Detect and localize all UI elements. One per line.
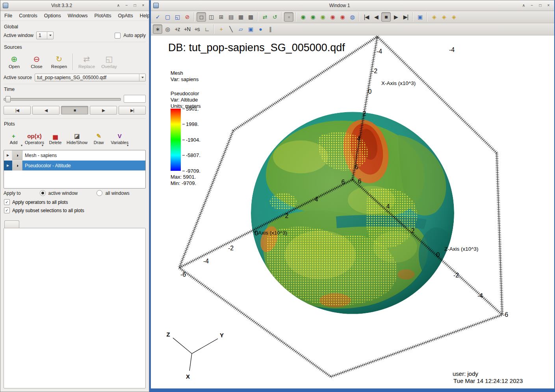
expand-arrow-icon[interactable]: ▶ xyxy=(4,150,12,160)
close-source-button[interactable]: ⊖ Close xyxy=(26,52,47,71)
layout-2x2-icon[interactable]: ⊞ xyxy=(216,12,226,22)
apply-active-window-label: active window xyxy=(48,190,78,196)
lock-time-icon[interactable]: ◈ xyxy=(439,12,449,22)
apply-operators-checkbox[interactable]: ✓ xyxy=(4,199,10,205)
time-step-forward-icon[interactable]: ▶| xyxy=(401,12,410,22)
lock-tools-icon[interactable]: ◈ xyxy=(449,12,458,22)
active-window-check-icon[interactable]: ✓ xyxy=(153,12,162,22)
layout-1x1-icon[interactable]: ◻ xyxy=(197,12,206,22)
left-titlebar[interactable]: VisIt 3.3.2 ∧−□× xyxy=(0,0,149,11)
time-text-field[interactable] xyxy=(124,95,146,103)
time-play-button[interactable]: ▶ xyxy=(90,106,117,115)
recenter-view-icon[interactable]: ⇄ xyxy=(260,12,269,22)
lock-view-icon[interactable]: ◈ xyxy=(429,12,439,22)
expand-arrow-icon[interactable]: ▶ xyxy=(4,161,12,170)
add-plot-button[interactable]: + Add ▾ xyxy=(4,129,24,148)
line-tool-icon[interactable]: ╲ xyxy=(226,24,236,34)
layout-4x4-icon[interactable]: ▩ xyxy=(246,12,255,22)
maximize-button[interactable]: □ xyxy=(132,2,138,9)
visibility-toggle-icon[interactable]: ◑ xyxy=(12,161,22,170)
delete-plot-button[interactable]: ▅ Delete xyxy=(45,129,65,148)
overlay-source-button[interactable]: ◱ Overlay xyxy=(98,52,120,71)
shade-button[interactable]: ∧ xyxy=(520,2,527,9)
apply-active-window-radio[interactable] xyxy=(40,190,46,196)
time-reverse-button[interactable]: ◀ xyxy=(32,106,59,115)
time-first-button[interactable]: |◀ xyxy=(4,106,31,115)
time-step-back-icon[interactable]: |◀ xyxy=(362,12,371,22)
layout-2x3-icon[interactable]: ▤ xyxy=(226,12,236,22)
menu-options[interactable]: Options xyxy=(44,13,61,18)
menu-windows[interactable]: Windows xyxy=(68,13,88,18)
point-tool-icon[interactable]: + xyxy=(216,24,226,34)
visibility-toggle-icon[interactable]: ◑ xyxy=(12,150,22,160)
zone-pick-icon[interactable]: +z xyxy=(173,24,182,34)
notebook-tab[interactable] xyxy=(4,220,19,228)
menu-file[interactable]: File xyxy=(4,13,12,18)
active-source-row: Active source tut_pop-sapiens_SG_005000.… xyxy=(4,74,146,81)
mesh-legend-title: Mesh xyxy=(171,70,199,76)
variables-button[interactable]: V Variables ▾ xyxy=(110,129,130,148)
minimize-button[interactable]: − xyxy=(123,2,130,9)
plot-item-mesh[interactable]: ▶ ◑ Mesh - sapiens xyxy=(4,150,145,161)
axis-restriction-icon[interactable]: ∥ xyxy=(265,24,275,34)
shade-button[interactable]: ∧ xyxy=(115,2,122,9)
lineout-mode-icon[interactable]: ∟ xyxy=(202,24,212,34)
slideshow-icon[interactable]: ▣ xyxy=(415,12,425,22)
node-pick-icon[interactable]: +N xyxy=(182,24,192,34)
time-slider[interactable] xyxy=(4,95,121,103)
window-controls: ∧−□× xyxy=(115,2,147,9)
right-titlebar[interactable]: Window 1 ∧−□× xyxy=(151,0,554,11)
box-tool-icon[interactable]: ▣ xyxy=(246,24,255,34)
close-button[interactable]: × xyxy=(140,2,147,9)
menu-controls[interactable]: Controls xyxy=(19,13,37,18)
fullframe-toggle-icon[interactable]: ▫ xyxy=(284,12,293,22)
plot-item-pseudocolor[interactable]: ▶ ◑ Pseudocolor - Altitude xyxy=(4,161,145,171)
auto-apply-checkbox[interactable] xyxy=(115,33,121,39)
plane-tool-icon[interactable]: ▱ xyxy=(236,24,245,34)
active-source-select[interactable]: tut_pop-sapiens_SG_005000.qdf xyxy=(35,74,146,81)
sphere-tool-icon[interactable]: ● xyxy=(256,24,265,34)
undo-view-icon[interactable]: ↺ xyxy=(270,12,279,22)
apply-all-windows-radio[interactable] xyxy=(97,190,102,196)
time-slider-handle[interactable] xyxy=(6,96,11,102)
spreadsheet-pick-icon[interactable]: +s xyxy=(192,24,202,34)
maximize-button[interactable]: □ xyxy=(537,2,544,9)
delete-window-icon[interactable]: ⊘ xyxy=(182,12,192,22)
close-button[interactable]: × xyxy=(545,2,552,9)
active-window-select[interactable]: 1 xyxy=(36,31,54,39)
visualization-canvas[interactable]: -4 -2 0 2 4 6 6 4 2 0 -2 -4 -6 6 4 2 0 xyxy=(151,35,554,388)
plots-section-label: Plots xyxy=(4,121,146,127)
clone-window-icon[interactable]: ◱ xyxy=(173,12,182,22)
replace-source-button[interactable]: ⇄ Replace xyxy=(76,52,97,71)
x-axis-tick-label: 2 xyxy=(363,110,366,117)
hideshow-plot-button[interactable]: ◪ Hide/Show xyxy=(66,129,88,148)
export-host-icon[interactable]: ◍ xyxy=(347,12,357,22)
time-play-reverse-icon[interactable]: ◀ xyxy=(371,12,381,22)
time-next-button[interactable]: ▶| xyxy=(119,106,146,115)
apply-subset-checkbox[interactable]: ✓ xyxy=(4,207,10,213)
time-stop-icon[interactable]: ■ xyxy=(381,12,391,22)
save-movie-icon[interactable]: ◉ xyxy=(308,12,317,22)
layout-1x2-icon[interactable]: ◫ xyxy=(206,12,216,22)
menu-help[interactable]: Help xyxy=(140,13,150,18)
notebook-pane xyxy=(4,228,146,388)
menu-plotatts[interactable]: PlotAtts xyxy=(95,13,111,18)
capture-window-icon[interactable]: ◉ xyxy=(318,12,327,22)
operators-button[interactable]: op(x) Operators ▾ xyxy=(24,129,45,148)
zoom-mode-icon[interactable]: ◎ xyxy=(163,24,172,34)
layout-3x3-icon[interactable]: ▦ xyxy=(236,12,245,22)
visualization-window: Window 1 ∧−□× ✓ ▢ ◱ ⊘ xyxy=(149,0,555,392)
minimize-button[interactable]: − xyxy=(529,2,535,9)
time-stop-button[interactable]: ■ xyxy=(61,106,88,115)
draw-plot-button[interactable]: ✎ Draw xyxy=(89,129,109,148)
menu-opatts[interactable]: OpAtts xyxy=(118,13,133,18)
reopen-source-button[interactable]: ↻ Reopen xyxy=(48,52,70,71)
screenshot-icon[interactable]: ◉ xyxy=(338,12,347,22)
save-window-icon[interactable]: ◉ xyxy=(298,12,308,22)
x-axis-title: X-Axis (x10^3) xyxy=(381,80,416,86)
open-source-button[interactable]: ⊕ Open xyxy=(4,52,25,71)
navigate-mode-icon[interactable]: ∗ xyxy=(153,24,162,34)
new-window-icon[interactable]: ▢ xyxy=(163,12,172,22)
time-play-icon[interactable]: ▶ xyxy=(391,12,401,22)
print-window-icon[interactable]: ◉ xyxy=(328,12,337,22)
